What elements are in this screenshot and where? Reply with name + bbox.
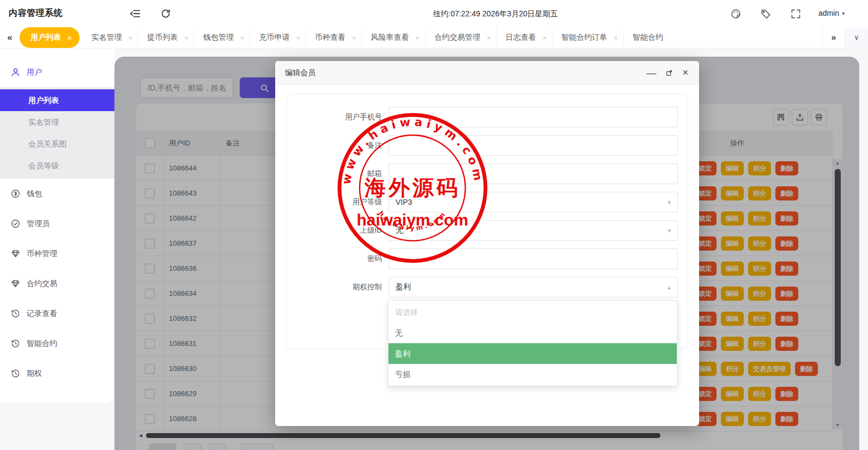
tab-label: 智能合约订单 — [561, 33, 607, 42]
user-menu[interactable]: admin ▾ — [818, 9, 845, 17]
期权控制-field[interactable]: 盈利▴ — [389, 277, 678, 297]
refresh-icon[interactable] — [160, 8, 171, 19]
dollar-icon — [11, 189, 20, 198]
dropdown-option-无[interactable]: 无 — [389, 323, 677, 343]
collapse-sidebar-icon[interactable] — [130, 8, 141, 19]
sidebar-item-智能合约[interactable]: 智能合约 — [0, 329, 114, 358]
sidebar-item-币种管理[interactable]: 币种管理 — [0, 239, 114, 269]
gem-icon — [11, 249, 20, 258]
form-row: 备注 — [287, 135, 688, 156]
field-label: 用户手机号 — [287, 112, 389, 122]
tab-用户列表[interactable]: 用户列表× — [20, 27, 80, 48]
sidebar-item-用户[interactable]: 用户 — [0, 57, 114, 87]
tab-label: 实名管理 — [92, 33, 122, 42]
tab-close-icon[interactable]: × — [543, 34, 547, 42]
sidebar-item-管理员[interactable]: 管理员 — [0, 209, 114, 239]
sidebar-item-label: 合约交易 — [27, 279, 57, 289]
tab-close-icon[interactable]: × — [129, 34, 133, 42]
sidebar-item-期权[interactable]: 期权 — [0, 358, 114, 388]
用户手机号-field[interactable] — [389, 107, 678, 127]
sidebar-item-记录查看[interactable]: 记录查看 — [0, 299, 114, 329]
maximize-icon[interactable] — [665, 69, 673, 77]
tab-close-icon[interactable]: × — [240, 34, 245, 42]
tab-label: 充币申请 — [259, 33, 289, 42]
sidebar-item-label: 记录查看 — [27, 309, 57, 319]
history-icon — [11, 309, 20, 318]
username: admin — [818, 9, 839, 17]
sidebar-item-label: 币种管理 — [27, 249, 57, 259]
tab-close-icon[interactable]: × — [614, 34, 618, 42]
close-icon[interactable]: × — [682, 67, 688, 78]
chevron-up-icon: ▴ — [667, 284, 671, 291]
sidebar-item-label: 管理员 — [27, 219, 50, 229]
备注-field[interactable] — [389, 135, 678, 156]
form-row: 用户等级VIP3▾ — [287, 192, 688, 212]
clock-text: 纽约:07:22:49 2026年3月20日星期五 — [433, 9, 558, 19]
tabs-more-button[interactable]: ∨ — [845, 27, 868, 48]
sidebar-item-钱包[interactable]: 钱包 — [0, 179, 114, 209]
tab-bar: « 用户列表×实名管理×提币列表×钱包管理×充币申请×币种查看×风险率查看×合约… — [0, 27, 868, 48]
tab-风险率查看[interactable]: 风险率查看× — [362, 27, 426, 48]
history-icon — [11, 339, 20, 348]
form-row: 期权控制盈利▴ — [287, 277, 688, 297]
select-value: 无 — [396, 226, 403, 235]
sidebar-item-合约交易[interactable]: 合约交易 — [0, 269, 114, 299]
form-row: 上级ID无▾ — [287, 220, 688, 241]
form-row: 邮箱 — [287, 163, 688, 184]
密码-field[interactable] — [389, 248, 678, 269]
top-header: 内容管理系统 纽约:07:22:49 2026年3月20日星期五 admin ▾ — [0, 0, 868, 27]
sidebar-menu: 设置用户用户列表实名管理会员关系图会员等级钱包管理员币种管理合约交易记录查看智能… — [0, 27, 114, 388]
tab-智能合约订单[interactable]: 智能合约订单× — [553, 27, 624, 48]
dialog-title: 编辑会员 — [285, 68, 315, 78]
sidebar-submenu: 用户列表实名管理会员关系图会员等级 — [0, 87, 114, 179]
用户等级-field[interactable]: VIP3▾ — [389, 192, 678, 212]
tabs-prev-button[interactable]: « — [0, 32, 20, 43]
sidebar-subitem-会员等级[interactable]: 会员等级 — [0, 155, 114, 177]
theme-palette-icon[interactable] — [731, 9, 741, 19]
sidebar-item-label: 用户 — [27, 68, 42, 77]
sidebar-item-label: 钱包 — [27, 189, 42, 199]
dropdown-option-亏损[interactable]: 亏损 — [389, 364, 677, 385]
tab-label: 日志查看 — [506, 33, 536, 42]
field-label: 用户等级 — [287, 197, 389, 207]
user-icon — [11, 68, 20, 77]
sidebar-subitem-实名管理[interactable]: 实名管理 — [0, 111, 114, 133]
tab-label: 钱包管理 — [203, 33, 234, 42]
tab-close-icon[interactable]: × — [68, 34, 72, 42]
field-label: 密码 — [287, 254, 389, 264]
tab-日志查看[interactable]: 日志查看× — [497, 27, 553, 48]
dropdown-option-请选择[interactable]: 请选择 — [389, 302, 677, 323]
邮箱-field[interactable] — [389, 163, 678, 184]
tab-close-icon[interactable]: × — [296, 34, 300, 42]
tab-close-icon[interactable]: × — [416, 34, 420, 42]
form-row: 密码 — [287, 248, 688, 269]
tab-close-icon[interactable]: × — [184, 34, 189, 42]
tab-合约交易管理[interactable]: 合约交易管理× — [426, 27, 497, 48]
option-control-dropdown: 请选择无盈利亏损 — [388, 300, 677, 386]
field-label: 备注 — [287, 141, 389, 150]
tab-充币申请[interactable]: 充币申请× — [250, 27, 306, 48]
tabs-next-button[interactable]: » — [822, 27, 845, 48]
minimize-icon[interactable]: — — [646, 70, 656, 76]
tab-close-icon[interactable]: × — [487, 34, 491, 42]
tab-智能合约[interactable]: 智能合约 — [624, 27, 663, 48]
tab-钱包管理[interactable]: 钱包管理× — [195, 27, 251, 48]
tab-提币列表[interactable]: 提币列表× — [138, 27, 195, 48]
sidebar-item-label: 智能合约 — [27, 339, 57, 349]
field-label: 期权控制 — [287, 282, 389, 292]
chevron-down-icon: ▾ — [667, 199, 671, 206]
tag-icon[interactable] — [761, 9, 771, 19]
fullscreen-icon[interactable] — [791, 9, 801, 19]
form-rows: 用户手机号备注邮箱用户等级VIP3▾上级ID无▾密码期权控制盈利▴ — [287, 107, 688, 297]
上级ID-field[interactable]: 无▾ — [389, 220, 678, 241]
tab-label: 币种查看 — [315, 33, 345, 42]
tab-label: 用户列表 — [31, 33, 61, 42]
tab-close-icon[interactable]: × — [352, 34, 356, 42]
sidebar-subitem-用户列表[interactable]: 用户列表 — [0, 89, 114, 111]
tab-实名管理[interactable]: 实名管理× — [83, 27, 139, 48]
sidebar-subitem-会员关系图[interactable]: 会员关系图 — [0, 133, 114, 155]
tab-label: 智能合约 — [633, 33, 663, 42]
tab-币种查看[interactable]: 币种查看× — [306, 27, 362, 48]
app-title: 内容管理系统 — [9, 8, 63, 19]
dropdown-option-盈利[interactable]: 盈利 — [389, 343, 677, 364]
